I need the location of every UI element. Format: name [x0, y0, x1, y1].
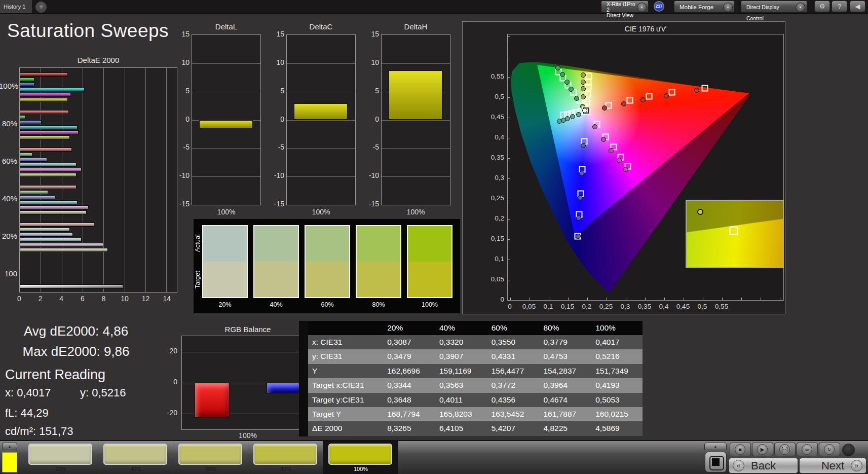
target-row-label: Target	[194, 262, 202, 298]
tick	[508, 300, 510, 301]
red-target-marker	[669, 89, 675, 96]
green-measured-marker	[560, 72, 565, 77]
tick-label: 5	[269, 87, 284, 95]
tick	[780, 298, 780, 300]
yellow-target-marker	[586, 72, 592, 79]
swatch-label: 80%	[356, 301, 401, 308]
bar	[20, 190, 48, 194]
pattern-bar: ▲ 20%40%60%80%100% ▲ ■▶[··]∞↻ « Back Nex…	[0, 440, 868, 474]
tab-history-1[interactable]: History 1	[0, 0, 32, 13]
bar	[20, 248, 108, 252]
app-window: History 1 + X-Rite i1Pro 2Direct View ▼ …	[0, 0, 868, 474]
pattern-button-20%[interactable]: 20%	[23, 441, 98, 474]
pattern-swatch	[328, 444, 392, 465]
transport-expand-button[interactable]: ▲	[704, 443, 727, 450]
bar-group	[20, 143, 177, 180]
settings-button[interactable]: ⚙	[814, 1, 830, 12]
chevron-down-icon[interactable]: ▼	[723, 3, 733, 12]
bar-group	[20, 218, 177, 256]
tick	[645, 298, 646, 300]
tick-label: -10	[269, 171, 284, 179]
tick	[508, 219, 510, 220]
infinity-button[interactable]: ∞	[797, 443, 818, 456]
tick-label: -5	[364, 143, 379, 151]
yellow-measured-marker	[581, 94, 586, 99]
cie-diagram-panel: CIE 1976 u'v' 00,050,10,150,20,250,30,35…	[462, 21, 785, 314]
value-cell: 0,4753	[539, 349, 591, 363]
tick	[530, 298, 530, 300]
meter-status-stripe	[602, 2, 605, 11]
tick-label: 15	[174, 30, 190, 38]
tick-label: 14	[162, 295, 172, 303]
bar	[20, 168, 82, 172]
y-axis: 151050-5-10-15	[174, 34, 190, 205]
play-button[interactable]: ▶	[752, 443, 773, 456]
bar	[389, 70, 442, 120]
tick	[741, 298, 742, 300]
deltal-chart: DeltaL 151050-5-10-15 100%	[192, 22, 261, 215]
tick-label: -15	[269, 200, 284, 208]
frame-icon: [··]	[779, 444, 790, 455]
value-cell: 4,5869	[591, 421, 643, 435]
tick-label: -5	[174, 143, 190, 151]
frame-button[interactable]: [··]	[774, 443, 796, 456]
bar	[20, 223, 94, 227]
axis-label: 60%	[0, 157, 17, 165]
pattern-button-60%[interactable]: 60%	[173, 441, 248, 474]
bar	[20, 284, 123, 288]
green-measured-marker	[564, 80, 570, 85]
swatch-column: 80%	[356, 225, 401, 298]
refresh-button[interactable]: ↻	[819, 443, 840, 456]
pattern-bar-expand-button[interactable]: ▲	[2, 443, 17, 450]
back-button[interactable]: « Back	[729, 458, 798, 473]
add-tab-button[interactable]: +	[35, 2, 47, 13]
yellow-target-marker	[585, 79, 592, 85]
gridline	[287, 176, 355, 177]
bar	[20, 72, 68, 77]
value-cell: 0,3772	[487, 378, 540, 392]
value-cell: 0,4356	[487, 393, 540, 407]
bar	[20, 185, 77, 189]
measurement-table: 20%40%60%80%100%x: CIE310,30870,33200,35…	[308, 321, 643, 436]
current-reading-title: Current Reading	[5, 367, 105, 383]
workflow-dropdown[interactable]: Mobile Forge ▼	[674, 1, 735, 13]
tick	[508, 138, 510, 138]
value-cell: 0,4193	[591, 378, 643, 392]
pattern-label: 100%	[323, 466, 398, 472]
tick-label: 20	[169, 347, 177, 355]
swatch-label: 60%	[305, 301, 350, 308]
row-label-cell: Target Y	[308, 407, 383, 421]
stop-pattern-button[interactable]	[705, 452, 727, 472]
tick-label: 8	[98, 295, 108, 303]
row-label-cell: y: CIE31	[308, 349, 383, 363]
swatch-column: 100%	[407, 225, 452, 298]
tick-label: 0,1	[484, 255, 504, 263]
tick-label: 12	[141, 295, 151, 303]
stop-button[interactable]: ■	[730, 443, 751, 456]
chevron-down-icon[interactable]: ▼	[637, 3, 647, 12]
tick-label: 0,35	[484, 154, 504, 161]
chevron-down-icon[interactable]: ▼	[796, 3, 805, 12]
pattern-swatch	[178, 444, 242, 465]
gridline	[287, 120, 355, 121]
meter-dropdown[interactable]: X-Rite i1Pro 2Direct View ▼	[601, 1, 649, 13]
next-button[interactable]: Next »	[799, 458, 866, 473]
back-label: Back	[729, 459, 798, 473]
tick-label: 15	[269, 30, 284, 38]
gridline	[287, 63, 355, 64]
pattern-button-40%[interactable]: 40%	[98, 441, 173, 474]
value-cell: 168,7794	[383, 407, 435, 421]
pattern-button-80%[interactable]: 80%	[248, 441, 323, 474]
pattern-button-100%[interactable]: 100%	[323, 441, 398, 474]
collapse-button[interactable]: ◀	[850, 1, 865, 12]
tick	[508, 37, 510, 37]
target-swatch	[306, 262, 349, 297]
bar	[20, 233, 73, 237]
help-button[interactable]: ?	[832, 1, 847, 12]
tick	[508, 199, 510, 199]
tick-label: 0	[484, 296, 504, 303]
tick-label: 0,15	[484, 235, 504, 242]
target-swatch	[254, 262, 298, 297]
row-label-cell: Y	[308, 364, 383, 378]
display-control-dropdown[interactable]: Direct Display Control ▼	[741, 1, 807, 13]
